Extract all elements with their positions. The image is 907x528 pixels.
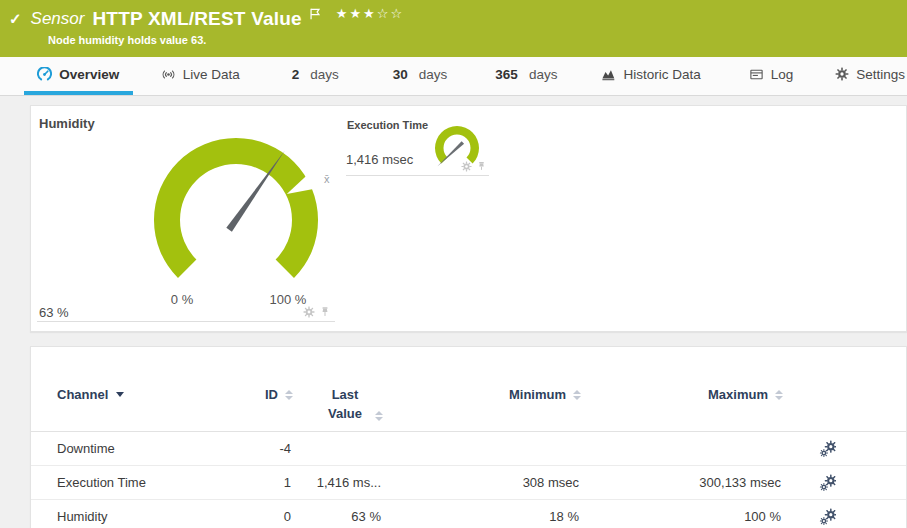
- channel-settings-gears-icon[interactable]: [819, 440, 836, 457]
- tab-word: days: [419, 67, 448, 82]
- tab-settings[interactable]: Settings: [833, 57, 907, 95]
- widget-settings-gear-icon[interactable]: [303, 306, 315, 318]
- sort-by-minimum[interactable]: Minimum: [383, 385, 581, 404]
- channels-table-panel: Channel ID Last Value: [30, 346, 907, 528]
- gauge-scale-min: 0 %: [159, 292, 205, 307]
- channel-settings-gears-icon[interactable]: [819, 508, 836, 525]
- sensor-kicker: Sensor: [31, 9, 85, 29]
- column-header-minimum: Minimum: [383, 347, 581, 432]
- column-label: ID: [265, 385, 278, 404]
- sort-icon: [775, 390, 783, 400]
- widget-divider: [346, 175, 489, 176]
- channel-id: -4: [227, 432, 293, 466]
- channel-actions: [783, 500, 906, 528]
- channel-last-value: 63 %: [293, 500, 383, 528]
- column-header-last-value: Last Value: [293, 347, 383, 432]
- column-header-channel: Channel: [31, 347, 227, 432]
- channels-table: Channel ID Last Value: [31, 347, 906, 528]
- channel-last-value: [293, 432, 383, 466]
- tab-2-days[interactable]: 2 days: [290, 57, 341, 95]
- channel-settings-gears-icon[interactable]: [819, 474, 836, 491]
- execution-time-gauge: [425, 118, 489, 182]
- sensor-status-message: Node humidity holds value 63.: [48, 34, 907, 46]
- channel-name[interactable]: Downtime: [31, 432, 227, 466]
- sensor-status-bar: ✓ Sensor HTTP XML/REST Value ★★★☆☆ Node …: [0, 0, 907, 57]
- broadcast-icon: [161, 67, 176, 82]
- gauge-tab-icon: [37, 67, 52, 82]
- execution-time-current-value: 1,416 msec: [346, 152, 413, 167]
- tab-label: Settings: [856, 67, 905, 82]
- channel-minimum: [383, 432, 581, 466]
- channel-actions: [783, 466, 906, 500]
- priority-flag-icon[interactable]: [308, 7, 322, 21]
- widget-divider: [37, 321, 335, 322]
- tab-word: days: [310, 67, 339, 82]
- tab-label: Log: [771, 67, 794, 82]
- stars-filled[interactable]: ★★★: [336, 6, 377, 21]
- tab-label: Historic Data: [623, 67, 700, 82]
- column-header-id: ID: [227, 347, 293, 432]
- channel-maximum: 300,133 msec: [581, 466, 783, 500]
- column-label: Last Value: [322, 385, 368, 423]
- channel-minimum: 308 msec: [383, 466, 581, 500]
- tab-log[interactable]: Log: [747, 57, 796, 95]
- channel-name[interactable]: Humidity: [31, 500, 227, 528]
- widget-pin-icon[interactable]: [476, 161, 487, 172]
- channel-id: 1: [227, 466, 293, 500]
- tab-number: 365: [495, 67, 518, 82]
- tab-historic-data[interactable]: Historic Data: [599, 57, 702, 95]
- chevron-down-icon: [116, 392, 124, 397]
- column-label: Minimum: [509, 385, 566, 404]
- page-title: HTTP XML/REST Value: [92, 8, 301, 30]
- tab-30-days[interactable]: 30 days: [391, 57, 450, 95]
- sort-icon: [285, 390, 293, 400]
- channel-actions: [783, 432, 906, 466]
- tab-label: Overview: [59, 67, 119, 82]
- sort-icon: [375, 411, 383, 421]
- tab-number: 2: [292, 67, 300, 82]
- widget-settings-gear-icon[interactable]: [461, 161, 472, 172]
- gear-icon: [835, 67, 849, 81]
- channel-maximum: [581, 432, 783, 466]
- channel-minimum: 18 %: [383, 500, 581, 528]
- tab-number: 30: [393, 67, 408, 82]
- column-label: Channel: [57, 385, 108, 404]
- tab-label: Live Data: [183, 67, 240, 82]
- table-row-execution-time: Execution Time 1 1,416 ms... 308 msec 30…: [31, 466, 906, 500]
- channel-id: 0: [227, 500, 293, 528]
- stars-empty[interactable]: ☆☆: [377, 6, 404, 21]
- column-header-actions: [783, 347, 906, 432]
- tab-bar: Overview Live Data 2 days 30 days 365 da…: [0, 57, 907, 96]
- humidity-current-value: 63 %: [39, 305, 69, 320]
- channel-filter-control[interactable]: Channel: [31, 385, 227, 404]
- channel-maximum: 100 %: [581, 500, 783, 528]
- overview-gauges-panel: Humidity x̄ 0 % 100 % 63 % Execution Tim…: [30, 105, 907, 332]
- tab-live-data[interactable]: Live Data: [159, 57, 242, 95]
- table-row-downtime: Downtime -4: [31, 432, 906, 466]
- sort-by-id[interactable]: ID: [227, 385, 293, 404]
- log-list-icon: [749, 67, 764, 82]
- sort-by-last-value[interactable]: Last Value: [293, 385, 383, 423]
- sort-icon: [573, 390, 581, 400]
- widget-pin-icon[interactable]: [319, 306, 331, 318]
- average-marker: x̄: [324, 173, 330, 185]
- column-label: Maximum: [708, 385, 768, 404]
- execution-time-gauge-title: Execution Time: [347, 119, 428, 131]
- chart-icon: [601, 67, 616, 82]
- humidity-gauge: x̄: [131, 132, 351, 302]
- tab-365-days[interactable]: 365 days: [493, 57, 559, 95]
- channel-last-value: 1,416 ms...: [293, 466, 383, 500]
- sort-by-maximum[interactable]: Maximum: [581, 385, 783, 404]
- tab-overview[interactable]: Overview: [24, 57, 133, 95]
- status-ok-icon: ✓: [9, 10, 22, 28]
- priority-stars[interactable]: ★★★☆☆: [336, 6, 404, 21]
- table-row-humidity: Humidity 0 63 % 18 % 100 %: [31, 500, 906, 528]
- column-header-maximum: Maximum: [581, 347, 783, 432]
- tab-word: days: [529, 67, 558, 82]
- gauge-scale-max: 100 %: [259, 292, 317, 307]
- channel-name[interactable]: Execution Time: [31, 466, 227, 500]
- humidity-gauge-title: Humidity: [39, 116, 95, 131]
